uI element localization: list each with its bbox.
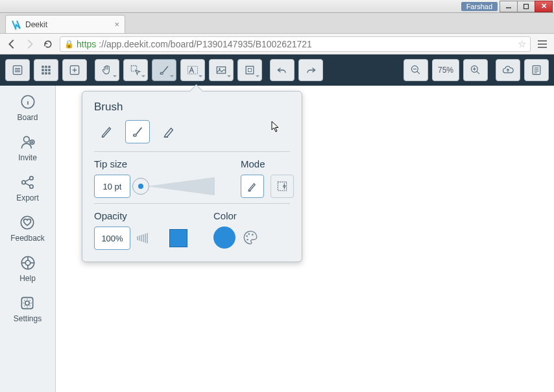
- color-label: Color: [213, 210, 259, 221]
- invite-icon: [19, 134, 36, 151]
- nav-reload-button[interactable]: [42, 38, 54, 51]
- undo-button[interactable]: [270, 59, 295, 81]
- tab-title: Deekit: [25, 20, 110, 29]
- window-maximize-button[interactable]: [517, 1, 535, 12]
- add-button[interactable]: [62, 59, 87, 81]
- svg-rect-6: [42, 66, 43, 67]
- share-icon: [19, 174, 36, 191]
- svg-point-64: [252, 234, 254, 236]
- svg-line-28: [477, 71, 479, 74]
- svg-point-50: [25, 260, 30, 265]
- select-tool-button[interactable]: [123, 59, 148, 81]
- sidebar-item-settings[interactable]: Settings: [14, 295, 42, 323]
- mode-ruler-button[interactable]: [271, 175, 294, 198]
- sidebar-item-label: Settings: [14, 314, 42, 323]
- browser-urlbar: 🔒 https://app.deekit.com/board/P13901479…: [0, 34, 554, 55]
- svg-point-48: [21, 216, 34, 229]
- menu-button[interactable]: [5, 59, 30, 81]
- sidebar-item-feedback[interactable]: Feedback: [10, 214, 45, 243]
- svg-rect-23: [248, 69, 252, 72]
- svg-rect-9: [42, 69, 43, 71]
- highlighter-tool-button[interactable]: [156, 120, 181, 143]
- window-close-button[interactable]: ✕: [535, 1, 553, 12]
- url-rest: ://app.deekit.com/board/P1390147935/B100…: [99, 39, 312, 49]
- tip-size-slider[interactable]: [137, 180, 215, 193]
- shape-tool-button[interactable]: [237, 59, 262, 81]
- svg-rect-8: [48, 66, 50, 67]
- text-tool-button[interactable]: [180, 59, 205, 81]
- svg-point-56: [25, 301, 30, 306]
- sidebar: Board Invite Export Feedback Help Settin…: [0, 86, 56, 392]
- browser-tab[interactable]: Deekit ×: [5, 15, 125, 33]
- sidebar-item-export[interactable]: Export: [16, 174, 39, 202]
- info-icon: [19, 93, 36, 110]
- svg-point-45: [29, 185, 32, 188]
- url-scheme: https: [77, 39, 96, 49]
- svg-point-62: [246, 236, 248, 238]
- tab-close-icon[interactable]: ×: [114, 19, 119, 29]
- mode-free-button[interactable]: [241, 175, 264, 198]
- sidebar-item-label: Invite: [18, 153, 37, 162]
- zoom-level[interactable]: 75%: [432, 59, 459, 81]
- browser-tabstrip: Deekit ×: [0, 13, 554, 34]
- opacity-slider[interactable]: [137, 232, 163, 245]
- zoom-in-button[interactable]: [463, 59, 488, 81]
- nav-back-button[interactable]: [5, 38, 18, 51]
- svg-point-21: [219, 68, 221, 70]
- help-icon: [19, 254, 36, 271]
- app-toolbar: 75%: [0, 55, 554, 86]
- grid-button[interactable]: [34, 59, 58, 81]
- opacity-label: Opacity: [94, 210, 187, 221]
- brush-tool-button[interactable]: [152, 59, 176, 81]
- window-titlebar: Farshad ✕: [0, 0, 554, 13]
- image-tool-button[interactable]: [209, 59, 234, 81]
- tip-size-label: Tip size: [94, 158, 215, 169]
- hand-tool-button[interactable]: [95, 59, 119, 81]
- zoom-out-button[interactable]: [403, 59, 428, 81]
- bookmark-star-icon[interactable]: ☆: [518, 38, 526, 50]
- svg-rect-12: [42, 72, 43, 74]
- lock-icon: 🔒: [64, 40, 74, 49]
- svg-point-43: [21, 180, 25, 184]
- deekit-favicon-icon: [11, 19, 21, 30]
- sidebar-item-label: Export: [16, 193, 39, 202]
- svg-point-44: [29, 177, 32, 180]
- sidebar-item-label: Feedback: [10, 234, 45, 243]
- svg-rect-11: [48, 69, 50, 71]
- sidebar-item-label: Board: [17, 113, 38, 122]
- sidebar-item-help[interactable]: Help: [19, 254, 36, 283]
- redo-button[interactable]: [298, 59, 323, 81]
- sidebar-item-board[interactable]: Board: [17, 93, 38, 122]
- svg-point-39: [23, 136, 29, 142]
- sidebar-item-label: Help: [19, 274, 36, 283]
- browser-menu-button[interactable]: [536, 38, 549, 51]
- url-field[interactable]: 🔒 https://app.deekit.com/board/P13901479…: [60, 36, 531, 52]
- svg-rect-1: [524, 4, 529, 8]
- gear-icon: [19, 295, 36, 312]
- palette-icon[interactable]: [242, 229, 259, 246]
- svg-point-63: [248, 233, 250, 235]
- svg-line-47: [25, 183, 30, 186]
- cloud-button[interactable]: [496, 59, 520, 81]
- nav-forward-button[interactable]: [23, 38, 36, 51]
- popup-title: Brush: [94, 101, 290, 114]
- notes-button[interactable]: [524, 59, 549, 81]
- window-minimize-button[interactable]: [500, 1, 518, 12]
- brush-subtool-button[interactable]: [125, 120, 150, 143]
- mode-label: Mode: [241, 158, 294, 169]
- svg-line-25: [417, 71, 420, 74]
- opacity-value[interactable]: 100%: [94, 227, 130, 250]
- pencil-tool-button[interactable]: [94, 120, 119, 143]
- svg-line-46: [25, 179, 30, 182]
- new-tab-button[interactable]: [129, 18, 145, 31]
- svg-rect-7: [45, 66, 47, 67]
- color-current[interactable]: [213, 227, 235, 249]
- svg-rect-22: [246, 66, 254, 74]
- brush-popup: Brush Tip size 10 pt Mode O: [82, 91, 302, 262]
- user-badge: Farshad: [461, 2, 498, 11]
- opacity-swatch[interactable]: [169, 229, 187, 247]
- svg-rect-14: [48, 72, 50, 74]
- sidebar-item-invite[interactable]: Invite: [18, 134, 37, 162]
- svg-rect-13: [45, 72, 47, 74]
- tip-size-value[interactable]: 10 pt: [94, 175, 130, 198]
